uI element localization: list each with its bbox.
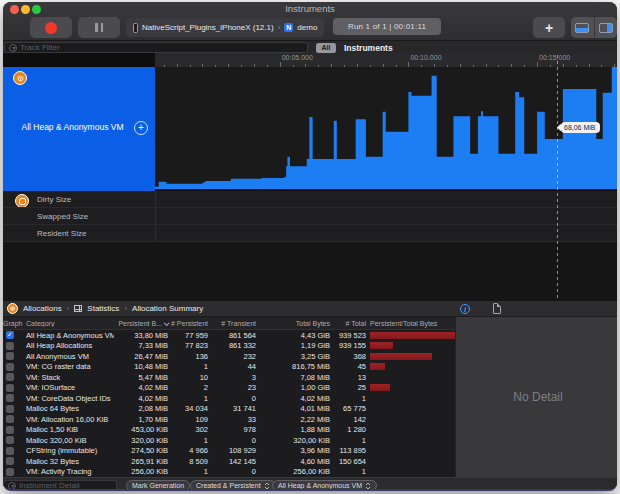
table-row[interactable]: Malloc 320,00 KiB320,00 KiB10320,00 KiB1 [3, 435, 455, 446]
ruler-tick-label: 00:15.000 [539, 54, 570, 61]
ruler-tick-label: 00:10.000 [410, 54, 441, 61]
ratio-bar [370, 342, 393, 349]
subtrack-label: Resident Size [37, 229, 86, 238]
graph-checkbox[interactable] [6, 468, 14, 476]
column-header-num-persistent[interactable]: # Persistent [168, 320, 208, 327]
cell-total-bytes: 4,43 GiB [256, 331, 330, 340]
process-icon: N [284, 23, 293, 32]
breadcrumb-allocations[interactable]: Allocations [23, 304, 62, 313]
cell-num-transient: 861 564 [208, 331, 256, 340]
allocation-graph[interactable] [155, 67, 617, 191]
vm-tracker-subtrack[interactable]: Swapped Size [3, 208, 617, 225]
table-row[interactable]: VM: Allocation 16,00 KiB1,70 MiB109332,2… [3, 414, 455, 425]
graph-checkbox[interactable] [6, 342, 14, 350]
column-header-persistent-total-bytes[interactable]: Persistent/Total Bytes [366, 320, 455, 327]
instrument-detail-filter-input[interactable]: Instrument Detail [3, 480, 117, 491]
graph-checkbox[interactable] [6, 415, 14, 423]
lifecycle-dropdown[interactable]: Created & Persistent [190, 480, 276, 491]
scope-dropdown[interactable]: All Heap & Anonymous VM [272, 480, 377, 491]
graph-checkbox[interactable] [6, 373, 14, 381]
column-header-num-total[interactable]: # Total [330, 320, 366, 327]
column-header-persistent-bytes[interactable]: Persistent B... [114, 320, 168, 327]
cell-num-total: 1 [330, 394, 366, 403]
chevron-separator: › [278, 23, 281, 32]
cell-num-total: 65 775 [330, 404, 366, 413]
track-vm-tracker[interactable]: Dirty SizeSwapped SizeResident Size [3, 191, 617, 242]
toggle-bottom-pane-button[interactable] [571, 17, 594, 38]
track-filter-input[interactable]: Track Filter [4, 42, 308, 53]
add-instrument-button[interactable]: + [533, 17, 565, 38]
cell-total-bytes: 7,08 MiB [256, 373, 330, 382]
table-row[interactable]: VM: CoreData Object IDs4,02 MiB104,02 Mi… [3, 393, 455, 404]
cell-persistent-bytes: 265,91 KiB [114, 457, 168, 466]
graph-checkbox[interactable] [6, 405, 14, 413]
cell-category: VM: Stack [26, 373, 114, 382]
table-row[interactable]: Malloc 32 Bytes265,91 KiB8 509142 1454,6… [3, 456, 455, 467]
cell-total-bytes: 1,00 GiB [256, 383, 330, 392]
cell-persistent-bytes: 320,00 KiB [114, 436, 168, 445]
cell-persistent-bytes: 2,08 MiB [114, 404, 168, 413]
ratio-bar [370, 363, 385, 370]
graph-checkbox[interactable] [6, 447, 14, 455]
table-row[interactable]: All Heap Allocations7,33 MiB77 823861 33… [3, 341, 455, 352]
inspection-playhead[interactable] [557, 55, 558, 300]
table-row[interactable]: VM: IOSurface4,02 MiB2231,00 GiB25 [3, 383, 455, 394]
cell-category: VM: CG raster data [26, 362, 114, 371]
record-button[interactable] [30, 17, 72, 38]
breadcrumb-allocation-summary[interactable]: Allocation Summary [132, 304, 203, 313]
empty-track-area [3, 242, 617, 300]
timeline-ruler[interactable]: 00:05.00000:10.00000:15.000 [155, 53, 617, 67]
table-row[interactable]: VM: CG raster data10,48 MiB144816,75 MiB… [3, 362, 455, 373]
cell-total-bytes: 256,00 KiB [256, 467, 330, 476]
statistics-table: ✓All Heap & Anonymous VM33,80 MiB77 9598… [3, 330, 455, 477]
graph-checkbox[interactable] [6, 363, 14, 371]
table-row[interactable]: CFString (immutable)274,50 KiB4 966108 9… [3, 446, 455, 457]
graph-checkbox[interactable] [6, 384, 14, 392]
track-allocations: All Heap & Anonymous VM + [3, 67, 617, 191]
graph-checkbox-checked[interactable]: ✓ [6, 331, 14, 339]
graph-checkbox[interactable] [6, 436, 14, 444]
track-allocations-header[interactable]: All Heap & Anonymous VM + [3, 67, 155, 191]
cell-num-transient: 108 929 [208, 446, 256, 455]
pause-button[interactable] [78, 17, 120, 38]
vm-tracker-subtrack[interactable]: Resident Size [3, 225, 617, 242]
breadcrumb-statistics[interactable]: Statistics [87, 304, 119, 313]
cell-num-persistent: 109 [168, 415, 208, 424]
column-header-graph[interactable]: Graph [3, 320, 26, 327]
cell-num-transient: 232 [208, 352, 256, 361]
table-row[interactable]: All Anonymous VM26,47 MiB1362323,25 GiB3… [3, 351, 455, 362]
cell-num-total: 142 [330, 415, 366, 424]
allocation-area-series [155, 67, 617, 189]
graph-checkbox[interactable] [6, 394, 14, 402]
document-inspector-button[interactable] [493, 303, 501, 314]
column-header-total-bytes[interactable]: Total Bytes [256, 320, 330, 327]
column-header-category[interactable]: Category [26, 320, 114, 327]
stepper-icon [365, 482, 371, 490]
cell-num-persistent: 8 509 [168, 457, 208, 466]
info-inspector-button[interactable]: i [460, 304, 470, 314]
vm-tracker-subtrack[interactable]: Dirty Size [3, 191, 617, 208]
track-zoom-button[interactable]: + [134, 121, 148, 135]
table-row[interactable]: Malloc 1,50 KiB453,00 KiB3029781,88 MiB1… [3, 425, 455, 436]
table-row[interactable]: Malloc 64 Bytes2,08 MiB34 03431 7414,01 … [3, 404, 455, 415]
no-detail-label: No Detail [513, 390, 562, 404]
table-row[interactable]: VM: Stack5,47 MiB1037,08 MiB13 [3, 372, 455, 383]
table-row[interactable]: ✓All Heap & Anonymous VM33,80 MiB77 9598… [3, 330, 455, 341]
graph-checkbox[interactable] [6, 457, 14, 465]
cell-total-bytes: 320,00 KiB [256, 436, 330, 445]
ruler-left-spacer [3, 53, 155, 67]
all-filter-button[interactable]: All [316, 43, 336, 53]
allocations-instrument-icon [13, 71, 27, 85]
track-filter-bar: Track Filter All Instruments [3, 40, 617, 53]
cell-num-total: 939 523 [330, 331, 366, 340]
graph-checkbox[interactable] [6, 352, 14, 360]
toggle-right-pane-button[interactable] [594, 17, 618, 38]
cell-category: All Heap Allocations [26, 341, 114, 350]
mark-generation-button[interactable]: Mark Generation [126, 480, 190, 491]
column-header-num-transient[interactable]: # Transient [208, 320, 256, 327]
target-device-selector[interactable]: NativeScript_Plugins_iPhoneX (12.1) › N … [126, 18, 324, 37]
ruler-tick-label: 00:05.000 [282, 54, 313, 61]
cell-persistent-bytes: 4,02 MiB [114, 394, 168, 403]
table-row[interactable]: VM: Activity Tracing256,00 KiB10256,00 K… [3, 467, 455, 478]
graph-checkbox[interactable] [6, 426, 14, 434]
